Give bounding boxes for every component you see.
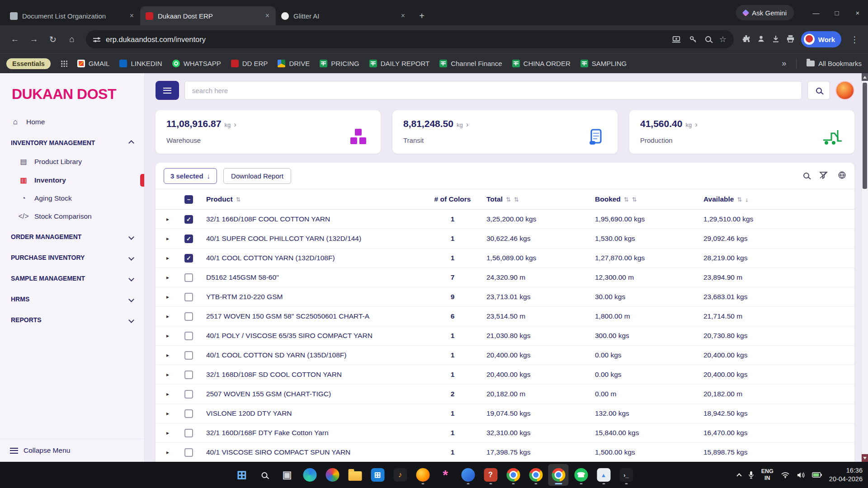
taskbar-icon-file-explorer[interactable] [345,464,365,486]
back-button[interactable]: ← [6,31,24,48]
bookmark-channel-finance[interactable]: Channel Finance [439,60,502,67]
row-checkbox[interactable] [184,351,193,360]
ask-gemini-button[interactable]: Ask Gemini [736,5,794,20]
bookmarks-overflow-icon[interactable]: » [782,59,786,68]
taskbar-icon-media-player[interactable]: ♪ [390,464,410,486]
taskbar-icon-help-app[interactable]: ? [481,464,501,486]
row-expander-icon[interactable]: ▸ [156,391,181,397]
header-colors[interactable]: # of Colors [419,195,486,203]
table-row[interactable]: ▸40/1 VISCOSE SIRO COMPACT SPUN YARN117,… [156,443,854,462]
bookmark-star-icon[interactable]: ☆ [719,34,726,44]
site-settings-icon[interactable] [93,37,100,42]
taskbar-icon-chrome-1[interactable] [503,464,524,486]
clock[interactable]: 16:36 20-04-2026 [829,466,863,483]
language-indicator[interactable]: ENG IN [761,468,774,482]
taskbar-icon-edge[interactable] [300,464,320,486]
chevron-right-icon[interactable]: › [466,120,469,129]
page-scrollbar[interactable] [861,73,868,462]
row-expander-icon[interactable]: ▸ [156,352,181,358]
tab-close-icon[interactable]: × [400,12,406,20]
profile-chip[interactable]: Work [801,31,841,47]
address-bar[interactable]: erp.dukaandost.com/inventory ☆ [86,30,734,48]
row-checkbox[interactable] [184,448,193,457]
downloads-icon[interactable] [772,35,780,44]
sidebar-item-home[interactable]: ⌂Home [0,113,144,131]
chevron-right-icon[interactable]: › [695,120,698,129]
header-total[interactable]: Total⇅⇅ [486,195,595,203]
sort-icon[interactable]: ⇅ [514,196,519,203]
minimize-button[interactable]: — [806,0,826,25]
chevron-right-icon[interactable]: › [234,120,236,129]
taskbar-icon-sparkler[interactable]: * [435,464,456,486]
browser-tab-dukaan-dost-erp[interactable]: Dukaan Dost ERP× [140,6,276,25]
sort-desc-icon[interactable]: ↓ [745,196,748,203]
taskbar-icon-store[interactable]: ⊞ [368,464,388,486]
select-all-checkbox[interactable]: − [184,195,193,204]
taskbar-icon-terminal[interactable]: ›_ [616,464,637,486]
sort-icon[interactable]: ⇅ [236,196,241,203]
stat-card-transit[interactable]: 8,81,248.50kg›Transit [392,110,618,154]
wifi-icon[interactable] [781,472,790,479]
row-checkbox[interactable]: ✓ [184,235,193,243]
volume-icon[interactable] [797,472,805,479]
row-checkbox[interactable] [184,371,193,379]
password-key-icon[interactable] [689,35,697,43]
taskbar-icon-gallery[interactable]: ▲ [594,464,614,486]
table-row[interactable]: ▸✓32/1 166D/108F COOL COTTON YARN13,25,2… [156,210,854,229]
tray-expand-icon[interactable] [736,473,741,478]
scroll-up-arrow[interactable] [862,73,868,81]
table-row[interactable]: ▸32/1 168D/108F SD COOL COTTON YARN120,4… [156,365,854,385]
new-tab-button[interactable]: + [414,8,429,23]
zoom-icon[interactable] [705,36,711,43]
table-search-icon[interactable] [803,172,809,180]
row-expander-icon[interactable]: ▸ [156,294,181,300]
print-icon[interactable] [786,35,795,44]
sidebar-section-hrms[interactable]: HRMS [0,290,144,309]
sidebar-item-product-library[interactable]: ▤Product Library [0,152,144,171]
table-row[interactable]: ▸40/1 POLY / VISCOSE 65/35 SIRO COMPACT … [156,326,854,346]
table-language-icon[interactable] [838,171,846,181]
sidebar-item-stock-comparison[interactable]: </>Stock Comparison [0,207,144,225]
row-expander-icon[interactable]: ▸ [156,216,181,222]
browser-menu-icon[interactable]: ⋮ [848,34,862,45]
row-expander-icon[interactable]: ▸ [156,255,181,261]
taskbar-icon-chrome-3[interactable] [548,464,569,486]
sort-icon[interactable]: ⇅ [737,196,742,203]
row-checkbox[interactable] [184,409,193,418]
taskbar-icon-firefox[interactable] [413,464,433,486]
row-checkbox[interactable] [184,429,193,437]
header-available[interactable]: Available⇅↓ [703,195,854,203]
table-row[interactable]: ▸2517 WOVEN 150 GSM 58" SC25050601 CHART… [156,307,854,326]
table-row[interactable]: ▸2507 WOVEN 155 GSM (CHART-TIGC)220,182.… [156,385,854,404]
table-row[interactable]: ▸D5162 145GSM 58-60''724,320.90 m12,300.… [156,268,854,287]
sort-icon[interactable]: ⇅ [632,196,637,203]
search-input[interactable] [184,81,802,100]
user-avatar[interactable] [835,81,854,100]
sidebar-section-reports[interactable]: REPORTS [0,310,144,329]
taskbar-icon-search[interactable] [255,464,275,486]
taskbar-icon-mail[interactable] [458,464,478,486]
scroll-down-arrow[interactable] [862,454,868,462]
header-product[interactable]: Product⇅ [206,195,419,203]
battery-icon[interactable] [812,472,822,478]
table-filter-icon[interactable] [819,171,828,180]
bookmark-whatsapp[interactable]: WHATSAPP [172,60,221,67]
bookmark-china-order[interactable]: CHINA ORDER [512,60,571,67]
home-button[interactable]: ⌂ [63,31,80,48]
row-expander-icon[interactable]: ▸ [156,274,181,281]
microphone-icon[interactable] [748,471,754,479]
bookmark-linkedin[interactable]: LINKEDIN [119,60,162,67]
row-expander-icon[interactable]: ▸ [156,313,181,319]
bookmark-daily-report[interactable]: DAILY REPORT [369,60,429,67]
sort-icon[interactable]: ⇅ [506,196,511,203]
row-expander-icon[interactable]: ▸ [156,235,181,242]
sort-icon[interactable]: ⇅ [624,196,629,203]
all-bookmarks-button[interactable]: All Bookmarks [807,60,862,67]
bookmark-drive[interactable]: DRIVE [278,60,310,67]
sidebar-section-inventory-management[interactable]: INVENTORY MANAGEMENT [0,133,144,152]
collapse-menu-button[interactable]: Collapse Menu [0,439,144,462]
sidebar-item-aging-stock[interactable]: ◔Aging Stock [0,189,144,207]
taskbar-icon-start[interactable]: ⊞ [232,464,252,486]
tab-close-icon[interactable]: × [264,12,270,20]
row-expander-icon[interactable]: ▸ [156,371,181,378]
